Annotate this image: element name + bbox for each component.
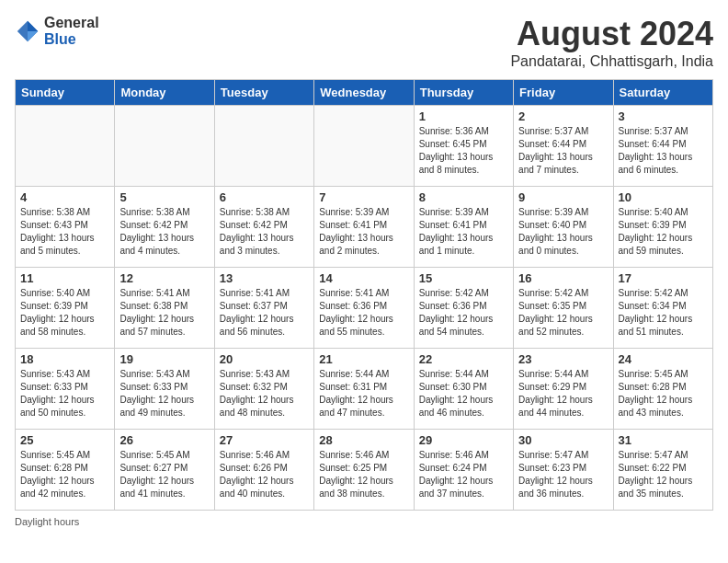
day-number: 7 [319, 190, 408, 204]
calendar-cell [115, 106, 214, 187]
day-number: 20 [220, 352, 309, 366]
day-number: 2 [518, 109, 608, 123]
logo: General Blue [15, 15, 99, 47]
day-info: Sunrise: 5:36 AM Sunset: 6:45 PM Dayligh… [419, 125, 508, 177]
day-info: Sunrise: 5:40 AM Sunset: 6:39 PM Dayligh… [20, 287, 109, 339]
calendar-cell: 27Sunrise: 5:46 AM Sunset: 6:26 PM Dayli… [214, 430, 313, 511]
day-number: 13 [220, 271, 309, 285]
calendar-cell: 21Sunrise: 5:44 AM Sunset: 6:31 PM Dayli… [314, 349, 414, 430]
day-info: Sunrise: 5:43 AM Sunset: 6:33 PM Dayligh… [119, 368, 209, 419]
day-info: Sunrise: 5:44 AM Sunset: 6:30 PM Dayligh… [419, 368, 508, 419]
calendar-week-1: 1Sunrise: 5:36 AM Sunset: 6:45 PM Daylig… [16, 106, 713, 187]
calendar-cell: 17Sunrise: 5:42 AM Sunset: 6:34 PM Dayli… [613, 268, 712, 349]
logo-general-text: General [44, 15, 99, 31]
days-header-row: SundayMondayTuesdayWednesdayThursdayFrid… [16, 80, 713, 106]
svg-marker-2 [28, 31, 38, 41]
day-info: Sunrise: 5:39 AM Sunset: 6:41 PM Dayligh… [419, 206, 508, 258]
day-number: 15 [419, 271, 508, 285]
day-info: Sunrise: 5:41 AM Sunset: 6:38 PM Dayligh… [119, 287, 209, 339]
calendar-cell [16, 106, 115, 187]
day-number: 6 [220, 190, 309, 204]
day-info: Sunrise: 5:38 AM Sunset: 6:42 PM Dayligh… [119, 206, 209, 258]
calendar-cell: 15Sunrise: 5:42 AM Sunset: 6:36 PM Dayli… [414, 268, 513, 349]
calendar-subtitle: Pandatarai, Chhattisgarh, India [510, 53, 713, 70]
day-info: Sunrise: 5:38 AM Sunset: 6:42 PM Dayligh… [220, 206, 309, 258]
day-info: Sunrise: 5:42 AM Sunset: 6:34 PM Dayligh… [619, 287, 708, 339]
calendar-cell: 22Sunrise: 5:44 AM Sunset: 6:30 PM Dayli… [414, 349, 513, 430]
day-info: Sunrise: 5:40 AM Sunset: 6:39 PM Dayligh… [619, 206, 708, 258]
day-header-friday: Friday [514, 80, 613, 106]
day-info: Sunrise: 5:38 AM Sunset: 6:43 PM Dayligh… [20, 206, 109, 258]
day-header-tuesday: Tuesday [214, 80, 313, 106]
calendar-cell: 9Sunrise: 5:39 AM Sunset: 6:40 PM Daylig… [514, 187, 613, 268]
day-info: Sunrise: 5:43 AM Sunset: 6:33 PM Dayligh… [20, 368, 109, 419]
day-info: Sunrise: 5:47 AM Sunset: 6:22 PM Dayligh… [619, 449, 708, 500]
calendar-cell: 13Sunrise: 5:41 AM Sunset: 6:37 PM Dayli… [214, 268, 313, 349]
day-number: 30 [518, 433, 608, 447]
calendar-cell: 1Sunrise: 5:36 AM Sunset: 6:45 PM Daylig… [414, 106, 513, 187]
day-info: Sunrise: 5:44 AM Sunset: 6:29 PM Dayligh… [518, 368, 608, 419]
day-info: Sunrise: 5:42 AM Sunset: 6:36 PM Dayligh… [419, 287, 508, 339]
calendar-cell: 19Sunrise: 5:43 AM Sunset: 6:33 PM Dayli… [115, 349, 214, 430]
calendar-cell: 31Sunrise: 5:47 AM Sunset: 6:22 PM Dayli… [613, 430, 712, 511]
day-number: 18 [20, 352, 109, 366]
day-info: Sunrise: 5:45 AM Sunset: 6:28 PM Dayligh… [619, 368, 708, 419]
day-info: Sunrise: 5:46 AM Sunset: 6:25 PM Dayligh… [319, 449, 408, 500]
calendar-cell: 6Sunrise: 5:38 AM Sunset: 6:42 PM Daylig… [214, 187, 313, 268]
calendar-cell [314, 106, 414, 187]
day-info: Sunrise: 5:42 AM Sunset: 6:35 PM Dayligh… [518, 287, 608, 339]
day-number: 14 [319, 271, 408, 285]
day-number: 17 [619, 271, 708, 285]
day-number: 25 [20, 433, 109, 447]
title-section: August 2024 Pandatarai, Chhattisgarh, In… [510, 15, 713, 70]
calendar-week-5: 25Sunrise: 5:45 AM Sunset: 6:28 PM Dayli… [16, 430, 713, 511]
day-number: 19 [119, 352, 209, 366]
calendar-week-3: 11Sunrise: 5:40 AM Sunset: 6:39 PM Dayli… [16, 268, 713, 349]
day-number: 9 [518, 190, 608, 204]
calendar-cell: 14Sunrise: 5:41 AM Sunset: 6:36 PM Dayli… [314, 268, 414, 349]
day-info: Sunrise: 5:41 AM Sunset: 6:37 PM Dayligh… [220, 287, 309, 339]
day-info: Sunrise: 5:39 AM Sunset: 6:40 PM Dayligh… [518, 206, 608, 258]
calendar-cell: 10Sunrise: 5:40 AM Sunset: 6:39 PM Dayli… [613, 187, 712, 268]
calendar-cell: 2Sunrise: 5:37 AM Sunset: 6:44 PM Daylig… [514, 106, 613, 187]
header: General Blue August 2024 Pandatarai, Chh… [15, 15, 713, 70]
day-number: 10 [619, 190, 708, 204]
calendar-week-2: 4Sunrise: 5:38 AM Sunset: 6:43 PM Daylig… [16, 187, 713, 268]
calendar-cell: 5Sunrise: 5:38 AM Sunset: 6:42 PM Daylig… [115, 187, 214, 268]
day-number: 24 [619, 352, 708, 366]
calendar-cell: 8Sunrise: 5:39 AM Sunset: 6:41 PM Daylig… [414, 187, 513, 268]
calendar-cell: 30Sunrise: 5:47 AM Sunset: 6:23 PM Dayli… [514, 430, 613, 511]
day-header-monday: Monday [115, 80, 214, 106]
day-number: 29 [419, 433, 508, 447]
calendar-cell: 24Sunrise: 5:45 AM Sunset: 6:28 PM Dayli… [613, 349, 712, 430]
calendar-cell: 4Sunrise: 5:38 AM Sunset: 6:43 PM Daylig… [16, 187, 115, 268]
day-info: Sunrise: 5:39 AM Sunset: 6:41 PM Dayligh… [319, 206, 408, 258]
day-info: Sunrise: 5:37 AM Sunset: 6:44 PM Dayligh… [619, 125, 708, 177]
calendar-cell: 23Sunrise: 5:44 AM Sunset: 6:29 PM Dayli… [514, 349, 613, 430]
day-number: 23 [518, 352, 608, 366]
day-header-sunday: Sunday [16, 80, 115, 106]
day-header-wednesday: Wednesday [314, 80, 414, 106]
day-info: Sunrise: 5:47 AM Sunset: 6:23 PM Dayligh… [518, 449, 608, 500]
day-header-thursday: Thursday [414, 80, 513, 106]
calendar-title: August 2024 [510, 15, 713, 53]
calendar-cell: 26Sunrise: 5:45 AM Sunset: 6:27 PM Dayli… [115, 430, 214, 511]
calendar-cell: 16Sunrise: 5:42 AM Sunset: 6:35 PM Dayli… [514, 268, 613, 349]
footer-note: Daylight hours [15, 516, 713, 527]
day-info: Sunrise: 5:45 AM Sunset: 6:28 PM Dayligh… [20, 449, 109, 500]
day-number: 1 [419, 109, 508, 123]
calendar-cell: 25Sunrise: 5:45 AM Sunset: 6:28 PM Dayli… [16, 430, 115, 511]
day-number: 8 [419, 190, 508, 204]
day-info: Sunrise: 5:46 AM Sunset: 6:26 PM Dayligh… [220, 449, 309, 500]
day-number: 4 [20, 190, 109, 204]
calendar-cell [214, 106, 313, 187]
day-number: 11 [20, 271, 109, 285]
calendar-cell: 29Sunrise: 5:46 AM Sunset: 6:24 PM Dayli… [414, 430, 513, 511]
day-number: 22 [419, 352, 508, 366]
day-number: 26 [119, 433, 209, 447]
day-info: Sunrise: 5:43 AM Sunset: 6:32 PM Dayligh… [220, 368, 309, 419]
day-number: 21 [319, 352, 408, 366]
day-number: 16 [518, 271, 608, 285]
calendar-cell: 20Sunrise: 5:43 AM Sunset: 6:32 PM Dayli… [214, 349, 313, 430]
calendar-cell: 3Sunrise: 5:37 AM Sunset: 6:44 PM Daylig… [613, 106, 712, 187]
